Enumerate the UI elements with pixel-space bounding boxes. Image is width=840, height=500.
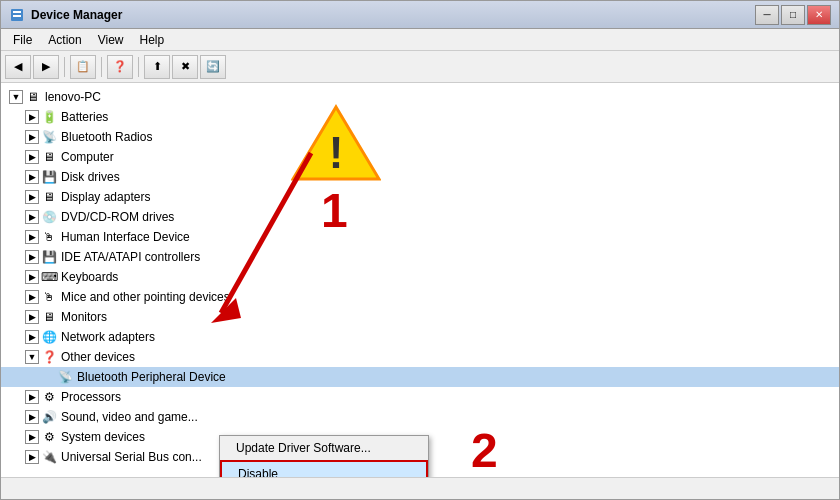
tree-root[interactable]: ▼ 🖥 lenovo-PC	[1, 87, 839, 107]
expand-bluetooth-radios[interactable]: ▶	[25, 130, 39, 144]
title-bar: Device Manager ─ □ ✕	[1, 1, 839, 29]
tree-root-label: lenovo-PC	[45, 90, 101, 104]
list-item[interactable]: ▶ 🖥 Computer	[1, 147, 839, 167]
computer-icon2: 🖥	[41, 149, 57, 165]
update-driver-button[interactable]: ⬆	[144, 55, 170, 79]
svg-rect-1	[13, 11, 21, 13]
usb-icon: 🔌	[41, 449, 57, 465]
menu-view[interactable]: View	[90, 31, 132, 49]
scan-changes-button[interactable]: 🔄	[200, 55, 226, 79]
menu-help[interactable]: Help	[132, 31, 173, 49]
bluetooth-peripheral-label: Bluetooth Peripheral Device	[77, 370, 226, 384]
list-item[interactable]: ▶ 🌐 Network adapters	[1, 327, 839, 347]
other-label: Other devices	[61, 350, 135, 364]
menu-bar: File Action View Help	[1, 29, 839, 51]
list-item[interactable]: ▶ 💿 DVD/CD-ROM drives	[1, 207, 839, 227]
system-label: System devices	[61, 430, 145, 444]
expand-keyboards[interactable]: ▶	[25, 270, 39, 284]
display-label: Display adapters	[61, 190, 150, 204]
disk-icon: 💾	[41, 169, 57, 185]
list-item[interactable]: ▶ 📡 Bluetooth Radios	[1, 127, 839, 147]
expand-dvd[interactable]: ▶	[25, 210, 39, 224]
expand-sound[interactable]: ▶	[25, 410, 39, 424]
forward-button[interactable]: ▶	[33, 55, 59, 79]
expand-display[interactable]: ▶	[25, 190, 39, 204]
monitors-label: Monitors	[61, 310, 107, 324]
context-disable[interactable]: Disable	[220, 460, 428, 477]
expand-disk[interactable]: ▶	[25, 170, 39, 184]
window-title: Device Manager	[31, 8, 755, 22]
other-icon: ❓	[41, 349, 57, 365]
back-button[interactable]: ◀	[5, 55, 31, 79]
list-item[interactable]: ▶ 💾 IDE ATA/ATAPI controllers	[1, 247, 839, 267]
list-item[interactable]: ▶ 🖱 Human Interface Device	[1, 227, 839, 247]
svg-rect-2	[13, 15, 21, 17]
context-update-driver[interactable]: Update Driver Software...	[220, 436, 428, 460]
list-item[interactable]: 📡 Bluetooth Peripheral Device	[1, 367, 839, 387]
usb-label: Universal Serial Bus con...	[61, 450, 202, 464]
maximize-button[interactable]: □	[781, 5, 805, 25]
keyboards-label: Keyboards	[61, 270, 118, 284]
title-bar-icon	[9, 7, 25, 23]
hid-label: Human Interface Device	[61, 230, 190, 244]
bluetooth-radios-icon: 📡	[41, 129, 57, 145]
toolbar-separator-1	[64, 57, 65, 77]
main-area: ▼ 🖥 lenovo-PC ▶ 🔋 Batteries ▶ 📡 Bluetoot…	[1, 83, 839, 477]
expand-mice[interactable]: ▶	[25, 290, 39, 304]
no-expand	[41, 370, 55, 384]
expand-computer[interactable]: ▶	[25, 150, 39, 164]
batteries-icon: 🔋	[41, 109, 57, 125]
expand-ide[interactable]: ▶	[25, 250, 39, 264]
list-item[interactable]: ▶ 💾 Disk drives	[1, 167, 839, 187]
bluetooth-radios-label: Bluetooth Radios	[61, 130, 152, 144]
list-item[interactable]: ▶ 🖥 Display adapters	[1, 187, 839, 207]
toolbar-separator-2	[101, 57, 102, 77]
network-icon: 🌐	[41, 329, 57, 345]
expand-batteries[interactable]: ▶	[25, 110, 39, 124]
toolbar: ◀ ▶ 📋 ❓ ⬆ ✖ 🔄	[1, 51, 839, 83]
expand-other[interactable]: ▼	[25, 350, 39, 364]
uninstall-button[interactable]: ✖	[172, 55, 198, 79]
processors-label: Processors	[61, 390, 121, 404]
network-label: Network adapters	[61, 330, 155, 344]
list-item[interactable]: ▶ 🔊 Sound, video and game...	[1, 407, 839, 427]
display-icon: 🖥	[41, 189, 57, 205]
list-item[interactable]: ▼ ❓ Other devices	[1, 347, 839, 367]
list-item[interactable]: ▶ ⚙ Processors	[1, 387, 839, 407]
expand-hid[interactable]: ▶	[25, 230, 39, 244]
expand-usb[interactable]: ▶	[25, 450, 39, 464]
toolbar-separator-3	[138, 57, 139, 77]
list-item[interactable]: ▶ ⌨ Keyboards	[1, 267, 839, 287]
expand-system[interactable]: ▶	[25, 430, 39, 444]
help-button[interactable]: ❓	[107, 55, 133, 79]
hid-icon: 🖱	[41, 229, 57, 245]
status-bar	[1, 477, 839, 499]
list-item[interactable]: ▶ 🖱 Mice and other pointing devices	[1, 287, 839, 307]
list-item[interactable]: ▶ 🔋 Batteries	[1, 107, 839, 127]
root-expand[interactable]: ▼	[9, 90, 23, 104]
minimize-button[interactable]: ─	[755, 5, 779, 25]
properties-button[interactable]: 📋	[70, 55, 96, 79]
expand-network[interactable]: ▶	[25, 330, 39, 344]
close-button[interactable]: ✕	[807, 5, 831, 25]
ide-label: IDE ATA/ATAPI controllers	[61, 250, 200, 264]
bluetooth-peripheral-icon: 📡	[57, 369, 73, 385]
device-manager-window: Device Manager ─ □ ✕ File Action View He…	[0, 0, 840, 500]
computer-icon: 🖥	[25, 89, 41, 105]
batteries-label: Batteries	[61, 110, 108, 124]
ide-icon: 💾	[41, 249, 57, 265]
system-icon: ⚙	[41, 429, 57, 445]
dvd-icon: 💿	[41, 209, 57, 225]
sound-label: Sound, video and game...	[61, 410, 198, 424]
mice-icon: 🖱	[41, 289, 57, 305]
sound-icon: 🔊	[41, 409, 57, 425]
menu-action[interactable]: Action	[40, 31, 89, 49]
keyboards-icon: ⌨	[41, 269, 57, 285]
expand-monitors[interactable]: ▶	[25, 310, 39, 324]
monitors-icon: 🖥	[41, 309, 57, 325]
tree-view[interactable]: ▼ 🖥 lenovo-PC ▶ 🔋 Batteries ▶ 📡 Bluetoot…	[1, 83, 839, 477]
context-menu: Update Driver Software... Disable Uninst…	[219, 435, 429, 477]
expand-processors[interactable]: ▶	[25, 390, 39, 404]
list-item[interactable]: ▶ 🖥 Monitors	[1, 307, 839, 327]
menu-file[interactable]: File	[5, 31, 40, 49]
